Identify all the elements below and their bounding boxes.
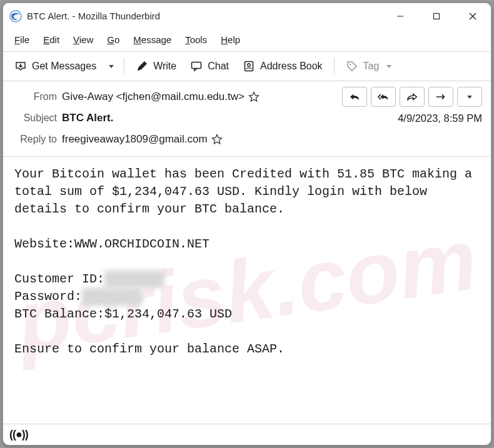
address-book-icon (243, 60, 255, 72)
reply-to-value[interactable]: freegiveaway1809@gmail.com (62, 133, 223, 146)
menubar: File Edit View Go Message Tools Help (3, 29, 491, 51)
app-window: BTC Alert. - Mozilla Thunderbird File Ed… (3, 2, 491, 446)
more-actions-button[interactable] (457, 87, 482, 107)
star-icon[interactable] (211, 134, 223, 145)
message-header: From Give-Away <fjchen@mail.cmu.edu.tw> (3, 81, 491, 157)
chevron-down-icon (386, 65, 391, 68)
get-messages-button[interactable]: Get Messages (8, 56, 103, 77)
svg-rect-3 (434, 13, 440, 19)
separator (124, 58, 124, 74)
tag-label: Tag (363, 61, 380, 72)
message-date: 4/9/2023, 8:59 PM (398, 112, 482, 124)
toolbar: Get Messages Write Chat Address Book (3, 51, 491, 81)
btc-balance-label: BTC Balance: (14, 307, 104, 321)
menu-file[interactable]: File (8, 32, 36, 47)
inbox-download-icon (14, 60, 27, 72)
from-label: From (9, 91, 62, 102)
reply-all-button[interactable] (371, 87, 396, 107)
website-label: Website: (14, 237, 74, 251)
chat-button[interactable]: Chat (184, 56, 235, 77)
menu-go[interactable]: Go (101, 32, 126, 47)
customer-id-value: ████████ (104, 271, 164, 288)
chat-label: Chat (208, 61, 229, 72)
menu-edit[interactable]: Edit (37, 32, 66, 47)
maximize-button[interactable] (418, 3, 455, 29)
chevron-down-icon (467, 96, 472, 99)
pencil-icon (136, 60, 148, 72)
menu-help[interactable]: Help (214, 32, 246, 47)
password-value: ████████ (82, 288, 142, 306)
thunderbird-icon (9, 10, 22, 22)
menu-view[interactable]: View (67, 32, 99, 47)
svg-point-9 (349, 64, 350, 65)
subject-value: BTC Alert. (62, 112, 114, 124)
get-messages-label: Get Messages (32, 61, 96, 72)
get-messages-dropdown[interactable] (104, 56, 119, 77)
customer-id-label: Customer ID: (14, 272, 104, 286)
close-button[interactable] (455, 3, 491, 29)
network-status-icon[interactable]: ((●)) (9, 428, 28, 441)
address-book-button[interactable]: Address Book (236, 56, 329, 77)
write-label: Write (153, 61, 176, 72)
svg-point-1 (18, 14, 19, 15)
window-title: BTC Alert. - Mozilla Thunderbird (27, 11, 382, 21)
menu-message[interactable]: Message (127, 32, 178, 47)
redirect-button[interactable] (428, 87, 453, 107)
reply-button[interactable] (342, 87, 367, 107)
menu-tools[interactable]: Tools (179, 32, 213, 47)
star-icon[interactable] (248, 91, 260, 102)
chat-icon (190, 60, 203, 72)
window-controls (382, 3, 491, 29)
tag-button[interactable]: Tag (340, 56, 398, 77)
forward-button[interactable] (400, 87, 425, 107)
svg-point-8 (248, 64, 250, 66)
address-book-label: Address Book (260, 61, 323, 72)
chevron-down-icon (109, 65, 114, 68)
separator (334, 58, 335, 74)
subject-label: Subject (9, 112, 62, 124)
body-paragraph: Your Bitcoin wallet has been Credited wi… (14, 167, 480, 216)
btc-balance-value: $1,234,047.63 USD (104, 307, 232, 321)
closing-line: Ensure to confirm your balance ASAP. (14, 342, 285, 356)
svg-rect-6 (192, 62, 201, 69)
password-label: Password: (14, 289, 82, 304)
statusbar: ((●)) (3, 424, 491, 445)
reply-to-label: Reply to (9, 134, 62, 145)
message-body: pcrisk.comYour Bitcoin wallet has been C… (3, 157, 491, 424)
message-actions (342, 87, 482, 107)
minimize-button[interactable] (382, 3, 418, 29)
tag-icon (346, 60, 358, 72)
from-value[interactable]: Give-Away <fjchen@mail.cmu.edu.tw> (62, 91, 260, 103)
website-value: WWW.ORCHIDCOIN.NET (74, 237, 209, 251)
titlebar: BTC Alert. - Mozilla Thunderbird (3, 3, 491, 29)
write-button[interactable]: Write (129, 56, 183, 77)
